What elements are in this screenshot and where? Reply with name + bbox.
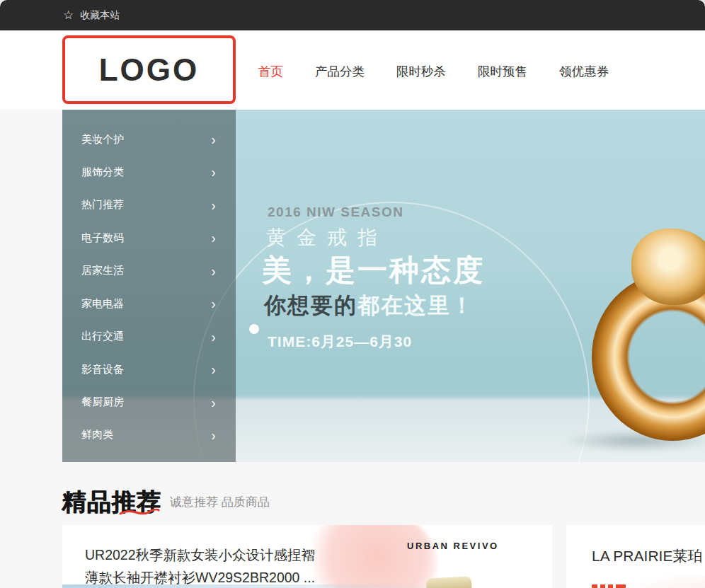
chevron-right-icon: › — [211, 264, 216, 278]
chevron-right-icon: › — [211, 165, 216, 179]
chevron-right-icon: › — [211, 132, 216, 146]
sidebar-item-apparel[interactable]: 服饰分类 › — [62, 156, 236, 188]
product-card[interactable]: LA PRAIRIE莱珀 — [566, 525, 705, 588]
sidebar-item-transport[interactable]: 出行交通 › — [62, 321, 236, 352]
product-title: UR2022秋季新款女装小众设计感捏褶薄款长袖开襟衬衫WV29S2BR2000 … — [85, 544, 326, 588]
sidebar-item-label: 家电电器 — [81, 297, 124, 311]
favorite-site-button[interactable]: ☆ 收藏本站 — [63, 9, 120, 22]
sidebar-item-label: 出行交通 — [81, 330, 124, 343]
chevron-right-icon: › — [211, 396, 216, 410]
price-text-clipped — [592, 584, 626, 588]
sidebar-item-label: 美妆个护 — [81, 133, 124, 146]
chevron-right-icon: › — [211, 231, 216, 245]
nav-item-coupons[interactable]: 领优惠券 — [559, 63, 609, 80]
banner-product-name: 黄金戒指 — [266, 224, 388, 251]
sidebar-item-home-life[interactable]: 居家生活 › — [62, 255, 236, 287]
sidebar-item-label: 服饰分类 — [81, 166, 124, 179]
sidebar-item-hot[interactable]: 热门推荐 › — [62, 190, 236, 221]
chevron-right-icon: › — [211, 362, 216, 376]
nav-item-categories[interactable]: 产品分类 — [315, 63, 365, 80]
sidebar-item-label: 影音设备 — [81, 363, 124, 376]
banner-headline: 美，是一种态度 — [262, 250, 485, 290]
hero-banner[interactable]: 2016 NIW SEASON 黄金戒指 美，是一种态度 你想要的都在这里！ T… — [62, 110, 705, 462]
decorative-dot — [249, 324, 259, 334]
sidebar-item-appliances[interactable]: 家电电器 › — [62, 288, 236, 319]
sidebar-item-kitchen[interactable]: 餐厨厨房 › — [62, 387, 236, 418]
category-sidebar: 美妆个护 › 服饰分类 › 热门推荐 › 电子数码 › 居家生活 › 家电电器 … — [62, 110, 236, 462]
section-subtitle: 诚意推荐 品质商品 — [170, 494, 270, 510]
banner-subline-light: 都在这里！ — [357, 293, 474, 318]
page: ☆ 收藏本站 LOGO 首页 产品分类 限时秒杀 限时预售 领优惠券 2016 … — [0, 0, 705, 588]
star-icon: ☆ — [63, 9, 74, 21]
logo-text: LOGO — [99, 52, 200, 88]
bottom-edge-glow — [62, 584, 445, 588]
sidebar-item-label: 鲜肉类 — [81, 428, 113, 442]
gold-ring-image — [592, 229, 705, 441]
sidebar-item-label: 居家生活 — [81, 264, 124, 277]
chevron-right-icon: › — [211, 330, 216, 344]
favorite-site-label: 收藏本站 — [80, 9, 120, 22]
banner-time-text: TIME:6月25—6月30 — [268, 332, 412, 352]
header: LOGO 首页 产品分类 限时秒杀 限时预售 领优惠券 — [0, 30, 705, 110]
banner-subline-bold: 你想要的 — [264, 293, 357, 318]
banner-subline: 你想要的都在这里！ — [264, 291, 474, 321]
main-nav: 首页 产品分类 限时秒杀 限时预售 领优惠券 — [258, 63, 609, 80]
sidebar-item-label: 餐厨厨房 — [81, 396, 124, 409]
sidebar-item-label: 电子数码 — [81, 231, 124, 245]
sidebar-item-fresh-meat[interactable]: 鲜肉类 › — [62, 420, 236, 451]
banner-season-text: 2016 NIW SEASON — [268, 204, 404, 220]
chevron-right-icon: › — [211, 296, 216, 311]
product-title: LA PRAIRIE莱珀 — [592, 546, 702, 566]
sidebar-item-electronics[interactable]: 电子数码 › — [62, 222, 236, 253]
nav-item-flash-sale[interactable]: 限时秒杀 — [396, 63, 446, 80]
logo[interactable]: LOGO — [62, 35, 236, 104]
product-card[interactable]: UR2022秋季新款女装小众设计感捏褶薄款长袖开襟衬衫WV29S2BR2000 … — [62, 525, 552, 588]
sidebar-item-audio-video[interactable]: 影音设备 › — [62, 354, 236, 385]
ring-crown — [631, 229, 705, 305]
nav-item-home[interactable]: 首页 — [258, 63, 283, 80]
red-swoosh-underline — [119, 509, 160, 516]
topbar: ☆ 收藏本站 — [0, 0, 705, 30]
nav-item-presale[interactable]: 限时预售 — [478, 63, 527, 80]
sidebar-item-beauty[interactable]: 美妆个护 › — [62, 124, 236, 155]
chevron-right-icon: › — [211, 198, 216, 212]
brand-logo-text: URBAN REVIVO — [407, 541, 495, 551]
sidebar-item-label: 热门推荐 — [81, 198, 124, 212]
chevron-right-icon: › — [211, 428, 216, 442]
